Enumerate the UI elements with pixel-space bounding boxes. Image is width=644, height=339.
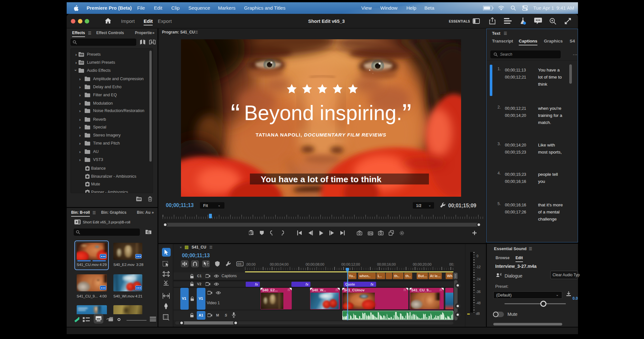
svg-text:32: 32 bbox=[151, 41, 154, 44]
svg-text:CC: CC bbox=[237, 262, 242, 266]
